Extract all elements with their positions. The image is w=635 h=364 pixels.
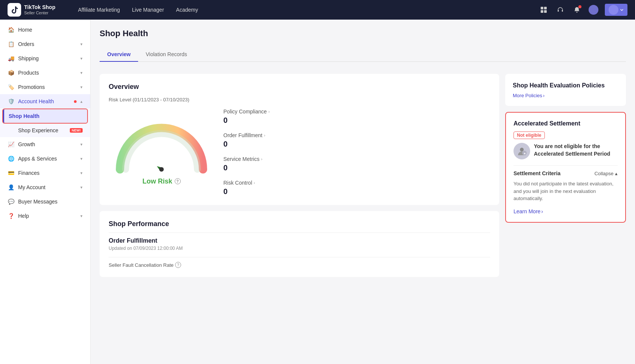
tiktok-logo-icon bbox=[8, 3, 21, 17]
metric-value: 0 bbox=[223, 140, 490, 148]
more-policies-link[interactable]: More Policies › bbox=[513, 93, 618, 98]
account-icon: 👤 bbox=[8, 184, 14, 191]
globe-icon: 🌐 bbox=[8, 155, 14, 162]
sidebar-item-shipping[interactable]: 🚚 Shipping ▾ bbox=[0, 51, 90, 66]
metric-label[interactable]: Service Metrics › bbox=[223, 156, 490, 162]
criteria-row: Settlement Criteria Collapse ▴ bbox=[514, 170, 618, 176]
help-tooltip-icon[interactable]: ? bbox=[175, 178, 181, 184]
sidebar-label: Help bbox=[18, 213, 77, 219]
sidebar-item-shop-experience[interactable]: Shop Experience NEW! bbox=[0, 124, 90, 137]
main-layout: 🏠 Home 📋 Orders ▾ 🚚 Shipping ▾ 📦 Product… bbox=[0, 20, 635, 364]
chevron-down-icon: ▾ bbox=[80, 70, 83, 75]
user-icon[interactable] bbox=[588, 5, 599, 15]
home-icon: 🏠 bbox=[8, 26, 14, 33]
metric-label[interactable]: Policy Compliance › bbox=[223, 109, 490, 115]
svg-rect-4 bbox=[558, 10, 559, 12]
tab-overview[interactable]: Overview bbox=[100, 47, 138, 62]
chevron-right-icon: › bbox=[254, 180, 255, 185]
sidebar-label: My Account bbox=[18, 184, 77, 190]
user-account-button[interactable] bbox=[605, 4, 627, 16]
chevron-down-icon: ▾ bbox=[80, 142, 83, 147]
sidebar-item-my-account[interactable]: 👤 My Account ▾ bbox=[0, 180, 90, 194]
nav-links: Affiliate Marketing Live Manager Academy bbox=[78, 7, 523, 13]
sidebar-item-promotions[interactable]: 🏷️ Promotions ▾ bbox=[0, 80, 90, 94]
metric-service-metrics: Service Metrics › 0 bbox=[223, 156, 490, 172]
help-icon: ❓ bbox=[8, 213, 14, 219]
svg-text:★: ★ bbox=[523, 152, 526, 155]
shipping-icon: 🚚 bbox=[8, 55, 14, 62]
orders-icon: 📋 bbox=[8, 41, 14, 47]
right-panel: Shop Health Evaluation Policies More Pol… bbox=[505, 74, 626, 277]
new-badge: NEW! bbox=[70, 128, 83, 133]
nav-academy[interactable]: Academy bbox=[176, 7, 198, 13]
sidebar: 🏠 Home 📋 Orders ▾ 🚚 Shipping ▾ 📦 Product… bbox=[0, 20, 91, 364]
sidebar-item-shop-health[interactable]: Shop Health bbox=[3, 109, 87, 123]
sidebar-label: Orders bbox=[18, 41, 77, 47]
chevron-up-icon: ▴ bbox=[615, 171, 618, 176]
metric-label[interactable]: Order Fulfillment › bbox=[223, 132, 490, 138]
collapse-button[interactable]: Collapse ▴ bbox=[594, 171, 618, 176]
sidebar-label: Shop Health bbox=[9, 113, 83, 119]
page-title: Shop Health bbox=[100, 29, 626, 38]
logo[interactable]: TikTok Shop Seller Center bbox=[8, 3, 55, 17]
settlement-description: You are not eligible for the Accelerated… bbox=[534, 143, 618, 158]
sidebar-label: Apps & Services bbox=[18, 156, 77, 162]
learn-more-link[interactable]: Learn More › bbox=[514, 208, 618, 214]
products-icon: 📦 bbox=[8, 69, 14, 76]
metrics-list: Policy Compliance › 0 Order Fulfillment … bbox=[223, 109, 490, 196]
bell-notification-badge bbox=[578, 5, 581, 8]
sidebar-item-buyer-messages[interactable]: 💬 Buyer Messages bbox=[0, 194, 90, 209]
sidebar-item-products[interactable]: 📦 Products ▾ bbox=[0, 66, 90, 80]
sidebar-item-apps-services[interactable]: 🌐 Apps & Services ▾ bbox=[0, 151, 90, 166]
sidebar-label: Growth bbox=[18, 141, 77, 147]
metric-value: 0 bbox=[223, 187, 490, 196]
tabs: Overview Violation Records bbox=[100, 47, 626, 62]
chevron-down-icon: ▾ bbox=[80, 56, 83, 61]
tab-violations[interactable]: Violation Records bbox=[138, 47, 194, 62]
shop-performance-card: Shop Performance Order Fulfillment Updat… bbox=[100, 211, 499, 277]
accelerated-settlement-card: Accelerated Settlement Not eligible ★ Yo… bbox=[505, 112, 626, 223]
overview-card: Overview Risk Level (01/11/2023 - 07/10/… bbox=[100, 74, 499, 205]
chevron-right-icon: › bbox=[264, 133, 265, 138]
grid-icon[interactable] bbox=[538, 5, 549, 15]
sidebar-item-home[interactable]: 🏠 Home bbox=[0, 23, 90, 37]
risk-gauge-chart bbox=[112, 119, 211, 176]
bell-icon[interactable] bbox=[572, 5, 582, 15]
nav-affiliate-marketing[interactable]: Affiliate Marketing bbox=[78, 7, 120, 13]
sidebar-item-growth[interactable]: 📈 Growth ▾ bbox=[0, 137, 90, 151]
finances-icon: 💳 bbox=[8, 170, 14, 176]
nav-live-manager[interactable]: Live Manager bbox=[132, 7, 164, 13]
criteria-label: Settlement Criteria bbox=[514, 170, 560, 176]
policy-card: Shop Health Evaluation Policies More Pol… bbox=[505, 74, 626, 106]
metric-policy-compliance: Policy Compliance › 0 bbox=[223, 109, 490, 125]
shield-icon: 🛡️ bbox=[8, 98, 14, 105]
growth-icon: 📈 bbox=[8, 141, 14, 148]
chevron-down-icon: ▾ bbox=[80, 42, 83, 47]
overview-inner: Low Risk ? Policy Compliance › bbox=[109, 109, 490, 196]
svg-point-8 bbox=[520, 148, 524, 151]
settlement-info: ★ You are not eligible for the Accelerat… bbox=[514, 143, 618, 159]
help-icon[interactable]: ? bbox=[175, 262, 181, 268]
sidebar-item-orders[interactable]: 📋 Orders ▾ bbox=[0, 37, 90, 51]
chevron-right-icon: › bbox=[541, 208, 543, 214]
sidebar-label: Account Health bbox=[18, 98, 69, 104]
notification-dot bbox=[74, 100, 77, 103]
order-fulfillment-section-title: Order Fulfillment bbox=[109, 237, 490, 244]
svg-rect-2 bbox=[541, 10, 543, 13]
messages-icon: 💬 bbox=[8, 198, 14, 205]
chevron-down-icon: ▾ bbox=[80, 214, 83, 219]
sidebar-item-finances[interactable]: 💳 Finances ▾ bbox=[0, 166, 90, 180]
headset-icon[interactable] bbox=[555, 5, 566, 15]
sidebar-item-account-health[interactable]: 🛡️ Account Health ▴ bbox=[0, 94, 90, 109]
metric-label[interactable]: Risk Control › bbox=[223, 180, 490, 186]
sidebar-label: Buyer Messages bbox=[18, 199, 83, 205]
top-navigation: TikTok Shop Seller Center Affiliate Mark… bbox=[0, 0, 635, 20]
settlement-avatar: ★ bbox=[514, 143, 530, 159]
svg-rect-1 bbox=[544, 7, 547, 9]
sidebar-item-help[interactable]: ❓ Help ▾ bbox=[0, 209, 90, 223]
sidebar-label: Finances bbox=[18, 170, 77, 176]
left-content: Overview Risk Level (01/11/2023 - 07/10/… bbox=[100, 74, 499, 277]
chevron-down-icon: ▾ bbox=[80, 171, 83, 176]
sidebar-label: Shipping bbox=[18, 55, 77, 61]
updated-timestamp: Updated on 07/09/2023 12:00:00 AM bbox=[109, 246, 490, 251]
